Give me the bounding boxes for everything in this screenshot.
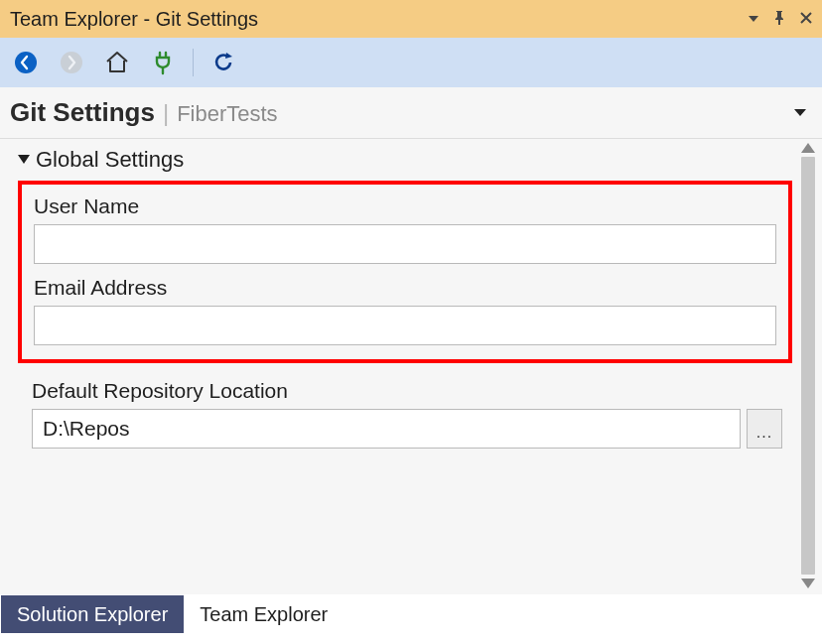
project-name: FiberTests [177,101,277,127]
close-icon[interactable] [798,10,814,29]
tab-solution-explorer[interactable]: Solution Explorer [1,595,184,633]
scroll-thumb[interactable] [801,157,815,575]
back-button[interactable] [10,47,42,78]
repo-location-row: ... [32,409,782,449]
navigation-toolbar [0,38,822,87]
toolbar-divider [193,49,194,76]
plug-icon[interactable] [147,47,179,78]
vertical-scrollbar[interactable] [796,143,820,588]
repo-location-label: Default Repository Location [32,379,782,403]
repo-location-section: Default Repository Location ... [18,369,794,449]
pin-icon[interactable] [770,9,788,30]
user-name-label: User Name [34,194,776,218]
window-menu-dropdown-icon[interactable] [747,11,760,27]
repo-location-input[interactable] [32,409,741,449]
email-address-input[interactable] [34,306,776,345]
section-title: Global Settings [36,147,184,173]
highlighted-user-fields: User Name Email Address [18,181,792,363]
collapse-triangle-icon [18,155,30,164]
bottom-tab-bar: Solution Explorer Team Explorer [1,595,343,633]
tab-team-explorer[interactable]: Team Explorer [184,595,343,633]
home-button[interactable] [101,47,133,78]
browse-button[interactable]: ... [747,409,782,449]
email-address-label: Email Address [34,276,776,300]
window-controls [747,9,814,30]
scroll-up-icon[interactable] [801,143,815,153]
window-title: Team Explorer - Git Settings [10,8,258,31]
forward-button[interactable] [56,47,87,78]
breadcrumb-separator: | [163,99,169,127]
page-subheader: Git Settings | FiberTests [0,87,822,139]
page-menu-dropdown-icon[interactable] [792,105,808,121]
user-name-input[interactable] [34,224,776,264]
svg-point-1 [15,52,37,73]
svg-marker-4 [794,109,806,116]
page-title: Git Settings [10,97,155,128]
refresh-button[interactable] [207,47,239,78]
window-titlebar: Team Explorer - Git Settings [0,0,822,38]
scroll-down-icon[interactable] [801,579,815,588]
content-panel: Global Settings User Name Email Address … [0,139,822,594]
svg-marker-0 [749,16,758,22]
svg-marker-3 [225,53,232,59]
breadcrumb: Git Settings | FiberTests [10,97,278,128]
section-global-settings[interactable]: Global Settings [18,147,794,173]
svg-point-2 [61,52,82,73]
